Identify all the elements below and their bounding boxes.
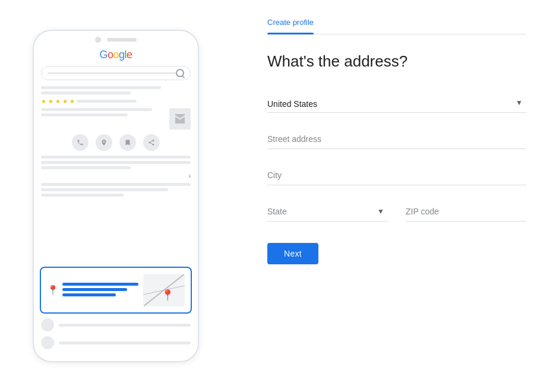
phone-action-circle-4	[143, 134, 160, 151]
phone-action-circle-1	[72, 134, 89, 151]
map-pin-icon: 📍	[161, 289, 174, 302]
phone-content-lines-1	[41, 86, 191, 94]
phone-mockup: Google ★ ★ ★ ★ ★	[33, 30, 199, 362]
phone-more-arrow: ›	[41, 173, 191, 179]
right-panel: Create profile What's the address? Unite…	[232, 0, 556, 392]
phone-highlight-card: 📍 📍	[40, 267, 192, 314]
left-panel: Google ★ ★ ★ ★ ★	[0, 0, 232, 392]
page-heading: What's the address?	[267, 52, 526, 71]
country-field: United States Canada United Kingdom ▼	[267, 88, 526, 113]
phone-bottom-circle-2	[41, 336, 54, 349]
google-g: G	[99, 49, 108, 61]
tab-filler	[314, 18, 526, 34]
phone-search-bar	[41, 66, 191, 80]
tab-row: Create profile	[267, 18, 526, 34]
country-select[interactable]: United States Canada United Kingdom	[267, 88, 526, 113]
state-field: Alabama Alaska California New York Texas…	[267, 197, 388, 222]
phone-search-icon	[176, 69, 184, 77]
phone-top-bar	[34, 31, 198, 46]
phone-content: Google ★ ★ ★ ★ ★	[34, 46, 198, 203]
phone-action-icons	[41, 134, 191, 151]
star-5: ★	[70, 98, 75, 105]
phone-card-lines	[62, 283, 138, 298]
tab-create-profile-label: Create profile	[267, 18, 314, 27]
phone-action-circle-2	[96, 134, 112, 151]
phone-bottom-row-2	[41, 336, 191, 349]
phone-bottom-line-1	[59, 324, 191, 327]
phone-content-lines-2	[41, 156, 191, 169]
location-pin-icon: 📍	[47, 284, 59, 296]
zip-input[interactable]	[406, 197, 526, 222]
state-zip-row: Alabama Alaska California New York Texas…	[267, 197, 526, 222]
city-input[interactable]	[267, 161, 526, 185]
phone-card-map: 📍	[143, 274, 185, 306]
phone-bottom-row-1	[41, 318, 191, 331]
city-field: City	[267, 161, 526, 185]
star-3: ★	[55, 98, 61, 105]
phone-store-icon	[169, 108, 191, 129]
google-logo: Google	[41, 49, 191, 61]
phone-bottom-line-2	[59, 342, 191, 344]
street-field: Street address	[267, 125, 526, 149]
phone-business-lines	[41, 108, 165, 119]
phone-card-left: 📍	[47, 283, 138, 298]
phone-business-card	[41, 108, 191, 129]
zip-field: ZIP code	[406, 197, 526, 222]
street-input[interactable]	[267, 125, 526, 149]
phone-bottom-circle-1	[41, 318, 54, 331]
star-4: ★	[62, 98, 68, 105]
phone-search-line	[48, 72, 176, 74]
state-select[interactable]: Alabama Alaska California New York Texas	[267, 197, 388, 222]
phone-content-lines-3	[41, 183, 191, 197]
phone-camera	[95, 37, 101, 43]
next-button[interactable]: Next	[267, 243, 318, 264]
star-2: ★	[48, 98, 53, 105]
phone-speaker	[107, 38, 137, 42]
star-1: ★	[41, 98, 46, 105]
address-form: United States Canada United Kingdom ▼ St…	[267, 88, 526, 264]
phone-stars-row: ★ ★ ★ ★ ★	[41, 98, 191, 105]
phone-bottom-actions	[41, 318, 191, 354]
tab-create-profile[interactable]: Create profile	[267, 18, 314, 34]
phone-action-circle-3	[119, 134, 136, 151]
